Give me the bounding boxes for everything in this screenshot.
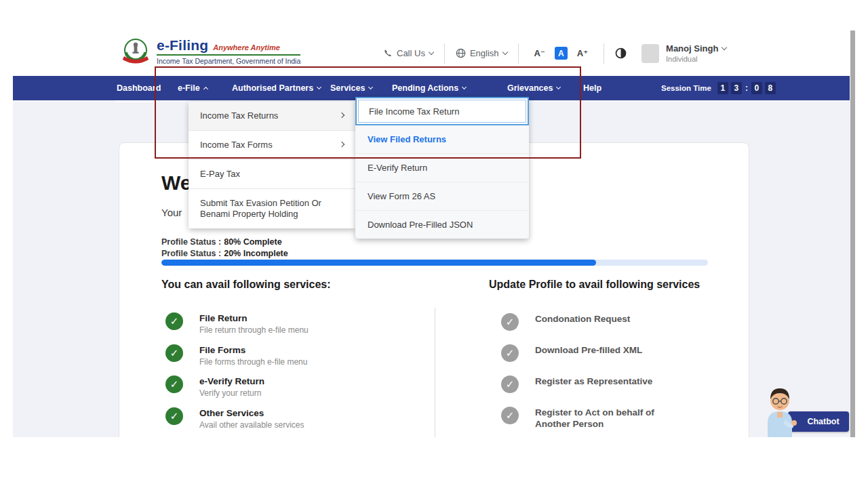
language-label: English [470, 48, 499, 58]
check-circle-gray-icon: ✓ [501, 313, 519, 331]
submenu-view-filed-returns[interactable]: View Filed Returns [355, 125, 529, 154]
session-timer: Session Time 1 3 : 0 8 [661, 76, 776, 100]
chevron-down-icon [368, 85, 373, 89]
submenu-file-income-tax-return[interactable]: File Income Tax Return [355, 97, 529, 125]
font-increase-button[interactable]: A⁺ [577, 48, 588, 58]
service-item-file-forms[interactable]: ✓ File Forms File forms through e-file m… [165, 344, 307, 367]
national-emblem-icon [121, 37, 150, 67]
contrast-icon [615, 47, 627, 59]
profile-progress-fill [161, 260, 596, 266]
menu-item-tax-evasion-petition[interactable]: Submit Tax Evasion Petition Or Benami Pr… [189, 189, 355, 228]
session-digit: 8 [765, 82, 776, 94]
check-circle-icon: ✓ [165, 344, 183, 362]
page-canvas: e-Filing Anywhere Anytime Income Tax Dep… [0, 0, 868, 488]
user-avatar[interactable] [642, 44, 659, 63]
brand-name: e-Filing [157, 37, 208, 54]
chatbot-avatar[interactable] [762, 380, 797, 437]
service-text: File Forms File forms through e-file men… [199, 344, 307, 367]
welcome-heading: We [161, 171, 191, 195]
divider [518, 43, 519, 64]
chatbot-mascot-icon [762, 380, 797, 437]
nav-authorised-partners[interactable]: Authorised Partners [232, 76, 321, 100]
locked-services-title: Update Profile to avail following servic… [489, 279, 700, 291]
service-text: e-Verify Return Verify your return [199, 375, 264, 398]
chevron-down-icon [462, 85, 467, 89]
logo-text: e-Filing Anywhere Anytime Income Tax Dep… [157, 37, 300, 65]
session-digit: 0 [751, 82, 762, 94]
nav-help[interactable]: Help [583, 76, 601, 100]
locked-item-condonation[interactable]: ✓ Condonation Request [501, 313, 630, 331]
service-text: File Return File return through e-file m… [199, 312, 309, 335]
header: e-Filing Anywhere Anytime Income Tax Dep… [13, 30, 852, 76]
session-label: Session Time [661, 84, 711, 92]
chevron-down-icon [429, 49, 434, 55]
session-digit: 3 [731, 82, 742, 94]
welcome-subtitle: Your [161, 207, 182, 218]
profile-status-complete: Profile Status :80% Complete [161, 237, 288, 248]
locked-item-prefilled-xml[interactable]: ✓ Download Pre-filled XML [501, 344, 642, 362]
header-controls: Call Us English A⁻ A A⁺ [383, 30, 726, 76]
font-decrease-button[interactable]: A⁻ [534, 48, 545, 58]
menu-item-income-tax-returns[interactable]: Income Tax Returns [189, 102, 355, 131]
user-role: Individual [666, 55, 726, 63]
divider [444, 43, 445, 64]
font-normal-button[interactable]: A [555, 47, 568, 60]
service-item-file-return[interactable]: ✓ File Return File return through e-file… [165, 312, 309, 335]
check-circle-gray-icon: ✓ [501, 344, 519, 362]
check-circle-gray-icon: ✓ [501, 407, 519, 424]
browser-viewport: e-Filing Anywhere Anytime Income Tax Dep… [0, 30, 856, 437]
chevron-right-icon [339, 141, 344, 146]
session-separator: : [745, 83, 748, 93]
service-item-other[interactable]: ✓ Other Services Avail other available s… [165, 407, 304, 430]
user-name: Manoj Singh [666, 43, 718, 54]
check-circle-icon: ✓ [165, 375, 183, 393]
service-text: Other Services Avail other available ser… [199, 407, 304, 430]
submenu-everify-return[interactable]: E-Verify Return [355, 154, 529, 182]
locked-item-act-on-behalf[interactable]: ✓ Register to Act on behalf of Another P… [501, 407, 691, 430]
dashboard-active-indicator [115, 100, 157, 102]
profile-status: Profile Status :80% Complete Profile Sta… [161, 237, 288, 260]
income-tax-returns-submenu: File Income Tax Return View Filed Return… [355, 97, 529, 239]
chevron-right-icon [339, 112, 344, 117]
call-us-label: Call Us [397, 48, 425, 58]
column-divider [435, 308, 435, 437]
globe-icon [456, 48, 466, 58]
menu-item-epay-tax[interactable]: E-Pay Tax [189, 160, 355, 189]
profile-status-incomplete: Profile Status :20% Incomplete [161, 248, 288, 260]
chevron-down-icon [317, 85, 321, 89]
check-circle-icon: ✓ [165, 407, 183, 425]
divider [604, 43, 604, 64]
efile-dropdown-menu: Income Tax Returns Income Tax Forms E-Pa… [189, 102, 355, 228]
chevron-down-icon [722, 45, 727, 50]
nav-dashboard[interactable]: Dashboard [117, 76, 161, 100]
user-menu[interactable]: Manoj Singh Individual [666, 43, 726, 63]
session-digit: 1 [717, 82, 728, 94]
phone-icon [383, 49, 393, 58]
site-logo[interactable]: e-Filing Anywhere Anytime Income Tax Dep… [121, 37, 300, 67]
service-item-everify[interactable]: ✓ e-Verify Return Verify your return [165, 375, 264, 398]
chevron-up-icon [203, 87, 208, 92]
language-menu[interactable]: English [456, 48, 507, 58]
profile-progress-bar [161, 260, 708, 266]
available-services-title: You can avail following services: [161, 279, 331, 291]
check-circle-icon: ✓ [165, 312, 183, 330]
nav-efile[interactable]: e-File [178, 76, 208, 100]
brand-tagline: Anywhere Anytime [213, 43, 280, 52]
chevron-down-icon [502, 49, 507, 55]
chevron-down-icon [556, 85, 561, 89]
submenu-download-prefilled-json[interactable]: Download Pre-Filled JSON [355, 211, 529, 239]
vertical-scrollbar[interactable] [850, 30, 855, 437]
check-circle-gray-icon: ✓ [501, 375, 519, 393]
org-name: Income Tax Department, Government of Ind… [157, 57, 300, 65]
menu-item-income-tax-forms[interactable]: Income Tax Forms [189, 131, 355, 160]
contrast-toggle[interactable] [615, 47, 627, 59]
locked-item-representative[interactable]: ✓ Register as Representative [501, 375, 652, 393]
submenu-view-form-26as[interactable]: View Form 26 AS [355, 182, 529, 211]
call-us-menu[interactable]: Call Us [383, 48, 433, 58]
